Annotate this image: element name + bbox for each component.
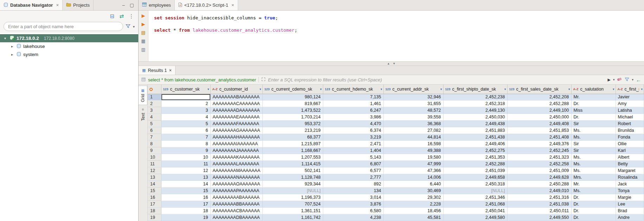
view-menu-icon[interactable]: ⋮ xyxy=(129,13,134,19)
grid-cell[interactable]: Sir xyxy=(571,141,616,147)
grid-cell[interactable]: 2,449,580 xyxy=(443,214,507,221)
grid-cell[interactable]: 32,946 xyxy=(383,94,443,100)
grid-cell[interactable]: 4,238 xyxy=(323,214,383,221)
column-header-c_customer_id[interactable]: A-Zc_customer_id▾ xyxy=(210,85,262,94)
grid-cell[interactable]: Dr. xyxy=(571,201,616,208)
grid-cell[interactable]: 39,558 xyxy=(383,114,443,121)
grid-cell[interactable]: 1,196,373 xyxy=(262,194,323,201)
grid-cell[interactable]: 2,451,316 xyxy=(507,194,571,201)
grid-cell[interactable]: 2,449,550 xyxy=(507,214,571,221)
collapsed-chevron-icon[interactable]: ▸ xyxy=(10,44,14,48)
tree-item-connection[interactable]: ▾ 172.18.0.2 172.18.0.2:8080 xyxy=(0,34,138,42)
grid-cell[interactable]: Jack xyxy=(616,181,644,188)
grid-cell[interactable]: 2,451,353 xyxy=(443,154,507,161)
grid-cell[interactable]: Andre xyxy=(616,214,644,221)
grid-cell[interactable]: Ms. xyxy=(571,167,616,174)
column-filter-chevron-icon[interactable]: ▾ xyxy=(568,87,570,91)
row-number[interactable]: 6 xyxy=(148,127,161,134)
grid-cell[interactable]: AAAAAAAAEAAAAAAA xyxy=(210,114,262,121)
grid-cell[interactable]: Ollie xyxy=(616,141,644,147)
row-number[interactable]: 19 xyxy=(148,214,161,221)
grid-cell[interactable]: 2,449,628 xyxy=(507,174,571,181)
column-header-c_customer_sk[interactable]: 123c_customer_sk▾ xyxy=(161,85,210,94)
grid-cell[interactable]: Brad xyxy=(616,207,644,214)
grid-cell[interactable]: Betty xyxy=(616,161,644,167)
row-number[interactable]: 7 xyxy=(148,134,161,141)
column-header-c_current_cdemo_sk[interactable]: 123c_current_cdemo_sk▾ xyxy=(262,85,323,94)
grid-cell[interactable]: 5 xyxy=(161,121,210,127)
tab-database-navigator[interactable]: Database Navigator × xyxy=(0,0,63,10)
grid-cell[interactable]: AAAAAAAALAAAAAAA xyxy=(210,161,262,167)
grid-cell[interactable]: 2,451,039 xyxy=(443,167,507,174)
grid-cell[interactable]: 2,452,288 xyxy=(443,161,507,167)
grid-cell[interactable]: AAAAAAAAPAAAAAAA xyxy=(210,188,262,194)
grid-cell[interactable]: 14,006 xyxy=(383,174,443,181)
execute-script-icon[interactable]: ▶ xyxy=(142,22,145,26)
grid-cell[interactable]: 6,374 xyxy=(323,127,383,134)
grid-cell[interactable]: 2,452,288 xyxy=(507,100,571,107)
grid-cell[interactable]: 2,449,408 xyxy=(507,121,571,127)
grid-cell[interactable]: AAAAAAAAJAAAAAAA xyxy=(210,147,262,154)
grid-cell[interactable]: AAAAAAAADBAAAAAA xyxy=(210,214,262,221)
grid-cell[interactable]: [NULL] xyxy=(262,188,323,194)
grid-cell[interactable]: AAAAAAAAIAAAAAAA xyxy=(210,141,262,147)
collapsed-chevron-icon[interactable]: ▸ xyxy=(10,53,14,56)
grid-cell[interactable]: 10 xyxy=(161,154,210,161)
grid-cell[interactable]: 134 xyxy=(323,188,383,194)
sql-editor[interactable]: set session hide_inaccessible_columns = … xyxy=(148,11,644,61)
grid-cell[interactable]: 17 xyxy=(161,201,210,208)
grid-cell[interactable]: 2,450,011 xyxy=(507,207,571,214)
close-icon[interactable]: × xyxy=(56,2,59,8)
column-header-c_salutation[interactable]: A-Zc_salutation▾ xyxy=(571,85,616,94)
filter-history-chevron-icon[interactable]: ▾ xyxy=(613,78,615,81)
row-number[interactable]: 16 xyxy=(148,194,161,201)
grid-cell[interactable]: AAAAAAAAOAAAAAAA xyxy=(210,181,262,188)
grid-cell[interactable]: Lee xyxy=(616,201,644,208)
grid-cell[interactable]: 1,168,667 xyxy=(262,147,323,154)
grid-cell[interactable]: Dr. xyxy=(571,214,616,221)
explain-plan-icon[interactable]: ▤ xyxy=(141,30,145,35)
grid-cell[interactable]: 2,451,346 xyxy=(443,194,507,201)
close-icon[interactable]: × xyxy=(231,2,234,8)
grid-cell[interactable]: 47,366 xyxy=(383,167,443,174)
collapse-down-icon[interactable]: ▼ xyxy=(393,62,396,65)
grid-cell[interactable]: 707,524 xyxy=(262,201,323,208)
grid-cell[interactable]: 31,655 xyxy=(383,100,443,107)
grid-cell[interactable]: Mr. xyxy=(571,181,616,188)
grid-cell[interactable]: 6,580 xyxy=(323,207,383,214)
grid-cell[interactable]: Karl xyxy=(616,147,644,154)
grid-cell[interactable]: Fonda xyxy=(616,134,644,141)
grid-cell[interactable]: Rosalinda xyxy=(616,174,644,181)
grid-cell[interactable]: Mrs. xyxy=(571,174,616,181)
grid-cell[interactable]: AAAAAAAAABAAAAAA xyxy=(210,194,262,201)
grid-cell[interactable]: AAAAAAAAMAAAAAAA xyxy=(210,167,262,174)
grid-cell[interactable]: 29,302 xyxy=(383,194,443,201)
grid-cell[interactable]: 5,143 xyxy=(323,154,383,161)
tree-item-lakehouse[interactable]: ▸ lakehouse xyxy=(0,42,138,50)
row-number[interactable]: 13 xyxy=(148,174,161,181)
statistics-icon[interactable]: ▦ xyxy=(141,39,145,43)
apply-filter-icon[interactable]: ▶ xyxy=(607,78,610,82)
grid-cell[interactable]: AAAAAAAACAAAAAAA xyxy=(210,100,262,107)
grid-cell[interactable]: 929,344 xyxy=(262,181,323,188)
grid-cell[interactable]: 12 xyxy=(161,167,210,174)
row-number[interactable]: 1 xyxy=(148,94,161,100)
tab-results-1[interactable]: ▦ Results 1 × xyxy=(139,66,176,75)
grid-cell[interactable]: 15 xyxy=(161,188,210,194)
grid-cell[interactable]: AAAAAAAAKAAAAAAA xyxy=(210,154,262,161)
grid-cell[interactable]: 2,449,438 xyxy=(443,121,507,127)
column-header-c_first_shipto_date_sk[interactable]: 123c_first_shipto_date_sk▾ xyxy=(443,85,507,94)
grid-cell[interactable]: Miss xyxy=(571,107,616,114)
grid-cell[interactable]: Dr. xyxy=(571,114,616,121)
column-filter-chevron-icon[interactable]: ▾ xyxy=(208,87,209,91)
grid-cell[interactable]: 47,999 xyxy=(383,161,443,167)
grid-cell[interactable]: Ms. xyxy=(571,127,616,134)
expand-chevron-icon[interactable]: ▾ xyxy=(3,36,7,40)
grid-cell[interactable]: 6,440 xyxy=(383,181,443,188)
grid-cell[interactable]: 2,449,100 xyxy=(507,107,571,114)
grid-cell[interactable]: 2,450,000 xyxy=(507,114,571,121)
row-number[interactable]: 8 xyxy=(148,141,161,147)
grid-cell[interactable]: 1,404 xyxy=(323,147,383,154)
grid-cell[interactable]: Ms. xyxy=(571,134,616,141)
grid-cell[interactable]: 27,082 xyxy=(383,127,443,134)
